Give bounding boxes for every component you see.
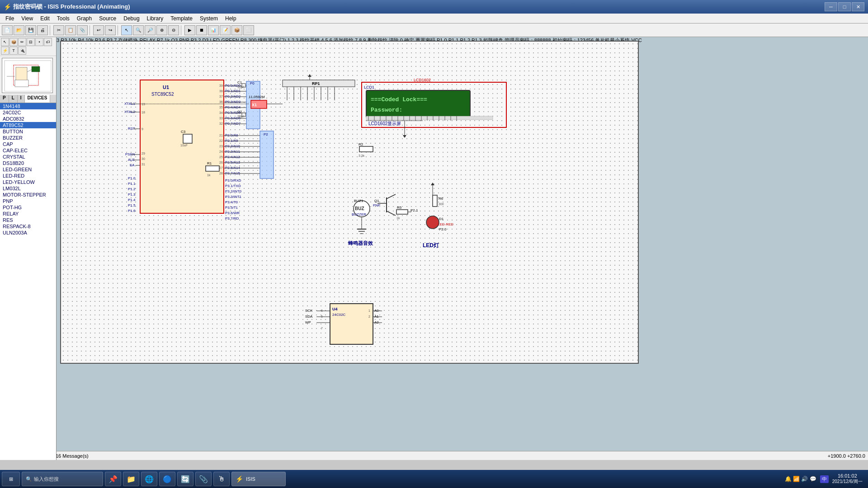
tb-copy[interactable]: 📋	[65, 25, 76, 35]
menu-source[interactable]: Source	[95, 14, 120, 23]
taskbar-right: 🔔 📶 🔊 💬 中 16:01:02 2021/12/6/周一	[785, 473, 866, 485]
search-bar[interactable]: 🔍 输入你想搜	[22, 472, 103, 486]
device-item-relay[interactable]: RELAY	[0, 211, 56, 217]
tab-P[interactable]: P	[0, 95, 9, 103]
svg-text:25: 25	[219, 155, 223, 159]
tb-open[interactable]: 📂	[14, 25, 24, 35]
schematic-canvas[interactable]: U1 STC89C52 XTAL1 XTAL2 RST 19 18 9 29	[60, 41, 639, 364]
close-button[interactable]: ✕	[852, 2, 864, 11]
device-item-pnp[interactable]: PNP	[0, 198, 56, 204]
tb-print[interactable]: 🖨	[37, 25, 48, 35]
schematic-container[interactable]: U1 STC89C52 XTAL1 XTAL2 RST 19 18 9 29	[57, 37, 868, 460]
menu-debug[interactable]: Debug	[120, 14, 143, 23]
tb-save[interactable]: 💾	[25, 25, 36, 35]
tb-bom[interactable]: 📦	[231, 25, 242, 35]
minimize-button[interactable]: ─	[825, 2, 837, 11]
tb-annotate[interactable]: 📊	[208, 25, 219, 35]
tool-label[interactable]: 🏷	[44, 38, 52, 46]
menu-help[interactable]: Help	[222, 14, 240, 23]
svg-rect-165	[396, 210, 408, 214]
menu-library[interactable]: Library	[143, 14, 167, 23]
svg-text:1k: 1k	[396, 216, 400, 220]
maximize-button[interactable]: □	[838, 2, 851, 11]
device-item-pot[interactable]: POT-HG	[0, 204, 56, 211]
svg-text:11.0592M: 11.0592M	[249, 95, 265, 99]
menu-template[interactable]: Template	[167, 14, 196, 23]
taskbar-chrome[interactable]: 🔵	[159, 472, 175, 486]
taskbar-update[interactable]: 🔄	[177, 472, 193, 486]
tool-probe[interactable]: 🔌	[18, 47, 26, 55]
svg-text:35: 35	[219, 106, 223, 109]
tb-cut[interactable]: ✂	[53, 25, 64, 35]
device-item-1n4148[interactable]: 1N4148	[0, 103, 56, 109]
schematic-svg: U1 STC89C52 XTAL1 XTAL2 RST 19 18 9 29	[61, 42, 638, 363]
device-item-crystal[interactable]: CRYSTAL	[0, 154, 56, 160]
svg-text:P3.2/INT0: P3.2/INT0	[225, 189, 242, 193]
isis-icon: ⚡	[236, 475, 243, 483]
tool-wire[interactable]: ✏	[18, 38, 26, 46]
taskbar-pin2[interactable]: 📎	[195, 472, 212, 486]
device-item-motor[interactable]: MOTOR-STEPPER	[0, 192, 56, 198]
tool-junction[interactable]: •	[35, 38, 43, 46]
svg-text:C2: C2	[237, 110, 242, 114]
tb-zoom-in[interactable]: 🔍	[133, 25, 144, 35]
device-item-led-green[interactable]: LED-GREEN	[0, 166, 56, 173]
tool-pointer[interactable]: ↖	[1, 38, 9, 46]
tb-select[interactable]: ↖	[121, 25, 132, 35]
menu-edit[interactable]: Edit	[37, 14, 53, 23]
menu-view[interactable]: View	[18, 14, 37, 23]
device-item-lm032l[interactable]: LM032L	[0, 185, 56, 192]
taskbar-pin1[interactable]: 📌	[105, 472, 121, 486]
device-item-adc0832[interactable]: ADC0832	[0, 116, 56, 122]
tab-I[interactable]: I	[18, 95, 25, 103]
device-item-res[interactable]: RES	[0, 217, 56, 223]
device-item-led-yellow[interactable]: LED-YELLOW	[0, 179, 56, 185]
menu-system[interactable]: System	[196, 14, 222, 23]
device-item-buzzer[interactable]: BUZZER	[0, 135, 56, 141]
menu-file[interactable]: File	[2, 14, 18, 23]
coordinates: +1900.0 +2760.0	[828, 453, 865, 459]
svg-text:P2.1: P2.1	[410, 208, 418, 212]
tb-export[interactable]: ⬜	[243, 25, 254, 35]
menu-tools[interactable]: Tools	[53, 14, 73, 23]
device-item-24c02c[interactable]: 24C02C	[0, 109, 56, 116]
tool-power[interactable]: ⚡	[1, 47, 9, 55]
device-item-cap-elec[interactable]: CAP-ELEC	[0, 147, 56, 154]
svg-text:P1.5: P1.5	[128, 203, 136, 207]
menu-graph[interactable]: Graph	[73, 14, 95, 23]
taskbar-isis[interactable]: ⚡ ISIS	[231, 472, 286, 486]
tb-new[interactable]: 📄	[2, 25, 13, 35]
clock[interactable]: 16:01:02 2021/12/6/周一	[832, 473, 863, 485]
tb-undo[interactable]: ↩	[93, 25, 104, 35]
tool-text[interactable]: T	[9, 47, 18, 55]
tb-redo[interactable]: ↪	[105, 25, 116, 35]
tb-paste[interactable]: 📎	[77, 25, 88, 35]
taskbar-edge[interactable]: 🌐	[141, 472, 157, 486]
device-item-uln2003a[interactable]: ULN2003A	[0, 230, 56, 236]
device-item-led-red[interactable]: LED-RED	[0, 173, 56, 179]
tb-run[interactable]: ▶	[184, 25, 195, 35]
svg-text:P3.3/INT1: P3.3/INT1	[225, 195, 242, 199]
device-item-respack[interactable]: RESPACK-8	[0, 223, 56, 230]
tb-zoom-fit[interactable]: ⊕	[156, 25, 167, 35]
taskbar-pin3[interactable]: 🖱	[213, 472, 230, 486]
svg-text:R2: R2	[359, 142, 363, 146]
tool-component[interactable]: 📦	[9, 38, 18, 46]
tb-zoom-out[interactable]: 🔎	[145, 25, 156, 35]
svg-rect-118	[183, 134, 192, 143]
device-item-cap[interactable]: CAP	[0, 141, 56, 147]
device-item-ds18b20[interactable]: DS18B20	[0, 160, 56, 166]
start-button[interactable]: ⊞	[2, 472, 20, 486]
device-item-button[interactable]: BUTTON	[0, 128, 56, 135]
app-icon: ⚡	[4, 3, 11, 10]
tool-bus[interactable]: ⊟	[27, 38, 35, 46]
svg-text:C1: C1	[237, 80, 242, 84]
tab-devices[interactable]: DEVICES	[25, 95, 51, 103]
tb-netlist[interactable]: 📝	[220, 25, 231, 35]
tab-L[interactable]: L	[9, 95, 18, 103]
tb-zoom-100[interactable]: ⊖	[168, 25, 179, 35]
taskbar-explorer[interactable]: 📁	[123, 472, 139, 486]
device-item-at89c52[interactable]: AT89C52	[0, 122, 56, 128]
svg-text:7: 7	[321, 327, 323, 330]
tb-stop[interactable]: ⏹	[196, 25, 207, 35]
